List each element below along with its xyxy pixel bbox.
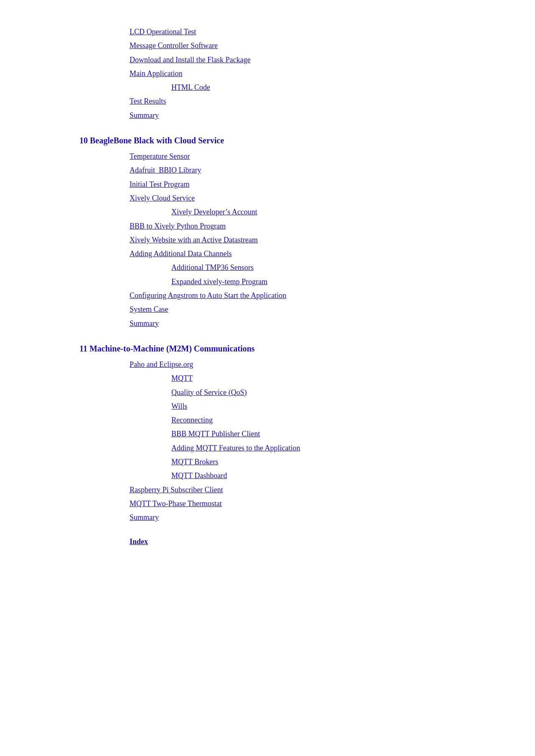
toc-entry: MQTT: [171, 372, 456, 385]
toc-entry: LCD Operational Test: [130, 25, 456, 39]
toc-link[interactable]: Xively Cloud Service: [130, 194, 195, 202]
toc-entry: Xively Cloud Service: [130, 191, 456, 205]
toc-entry: BBB MQTT Publisher Client: [171, 427, 456, 441]
toc-entry: Xively Website with an Active Datastream: [130, 233, 456, 247]
toc-entry: MQTT Brokers: [171, 455, 456, 469]
toc-entry: Download and Install the Flask Package: [130, 53, 456, 67]
toc-section-block: 11 Machine-to-Machine (M2M) Communicatio…: [79, 344, 456, 525]
toc-link[interactable]: Configuring Angstrom to Auto Start the A…: [130, 291, 286, 300]
toc-link[interactable]: Download and Install the Flask Package: [130, 56, 250, 64]
toc-link[interactable]: Summary: [130, 319, 159, 328]
toc-link[interactable]: Test Results: [130, 97, 166, 105]
toc-entry: Summary: [130, 317, 456, 331]
toc-link[interactable]: Message Controller Software: [130, 41, 218, 50]
toc-entry: Adafruit_BBIO Library: [130, 163, 456, 177]
toc-link[interactable]: MQTT Two-Phase Thermostat: [130, 499, 222, 508]
toc-link[interactable]: Main Application: [130, 69, 182, 78]
toc-entry: Test Results: [130, 94, 456, 108]
toc-entry: Initial Test Program: [130, 178, 456, 191]
toc-link[interactable]: MQTT Brokers: [171, 458, 218, 466]
toc-entry: Main Application: [130, 67, 456, 81]
toc-entry: Expanded xively-temp Program: [171, 275, 456, 289]
toc-entry: Adding MQTT Features to the Application: [171, 441, 456, 455]
toc-link[interactable]: MQTT: [171, 374, 193, 382]
toc-link[interactable]: Xively Developer’s Account: [171, 208, 257, 216]
toc-section-block: 10 BeagleBone Black with Cloud ServiceTe…: [79, 136, 456, 331]
toc-link[interactable]: Quality of Service (QoS): [171, 388, 247, 397]
toc-entry: Wills: [171, 400, 456, 413]
toc-entry: Xively Developer’s Account: [171, 205, 456, 219]
toc-link[interactable]: Temperature Sensor: [130, 152, 190, 160]
toc-link[interactable]: Adding MQTT Features to the Application: [171, 444, 300, 452]
section-header-link[interactable]: 11 Machine-to-Machine (M2M) Communicatio…: [79, 344, 255, 353]
toc-link[interactable]: Adafruit_BBIO Library: [130, 166, 201, 174]
toc-entry: Summary: [130, 109, 456, 122]
toc-link[interactable]: Initial Test Program: [130, 180, 189, 188]
section-header[interactable]: 11 Machine-to-Machine (M2M) Communicatio…: [79, 344, 456, 354]
toc-entry: Adding Additional Data Channels: [130, 247, 456, 261]
toc-link[interactable]: Xively Website with an Active Datastream: [130, 236, 258, 244]
section-header-link[interactable]: 10 BeagleBone Black with Cloud Service: [79, 136, 224, 145]
toc-entry: Reconnecting: [171, 413, 456, 427]
toc-link[interactable]: BBB MQTT Publisher Client: [171, 430, 260, 438]
toc-link[interactable]: MQTT Dashboard: [171, 471, 227, 480]
toc-entry: Paho and Eclipse.org: [130, 358, 456, 372]
toc-entry: Configuring Angstrom to Auto Start the A…: [130, 289, 456, 303]
toc-entry: MQTT Two-Phase Thermostat: [130, 497, 456, 511]
toc-entry: BBB to Xively Python Program: [130, 219, 456, 233]
toc-entry: MQTT Dashboard: [171, 469, 456, 483]
toc-link[interactable]: Reconnecting: [171, 416, 213, 424]
toc-entry: Summary: [130, 511, 456, 524]
toc-link[interactable]: BBB to Xively Python Program: [130, 222, 226, 230]
index-link[interactable]: Index: [130, 537, 148, 546]
toc-link[interactable]: Additional TMP36 Sensors: [171, 263, 254, 272]
toc-container: LCD Operational TestMessage Controller S…: [79, 17, 456, 546]
toc-entry: Message Controller Software: [130, 39, 456, 53]
toc-link[interactable]: Expanded xively-temp Program: [171, 277, 268, 286]
toc-link[interactable]: Wills: [171, 402, 187, 410]
toc-link[interactable]: Raspberry Pi Subscriber Client: [130, 486, 223, 494]
toc-link[interactable]: LCD Operational Test: [130, 28, 196, 36]
section-header[interactable]: 10 BeagleBone Black with Cloud Service: [79, 136, 456, 145]
toc-link[interactable]: Paho and Eclipse.org: [130, 360, 193, 369]
toc-entry: Quality of Service (QoS): [171, 386, 456, 400]
toc-entry: Temperature Sensor: [130, 150, 456, 163]
toc-entry: Raspberry Pi Subscriber Client: [130, 483, 456, 497]
toc-entry: System Case: [130, 303, 456, 316]
toc-link[interactable]: HTML Code: [171, 83, 210, 92]
toc-entry: Additional TMP36 Sensors: [171, 261, 456, 275]
index-section: Index: [130, 537, 456, 546]
toc-entry: HTML Code: [171, 81, 456, 94]
toc-link[interactable]: Summary: [130, 513, 159, 522]
toc-link[interactable]: Summary: [130, 111, 159, 120]
toc-link[interactable]: Adding Additional Data Channels: [130, 249, 232, 258]
top-entries-section: LCD Operational TestMessage Controller S…: [79, 25, 456, 122]
toc-link[interactable]: System Case: [130, 305, 168, 313]
